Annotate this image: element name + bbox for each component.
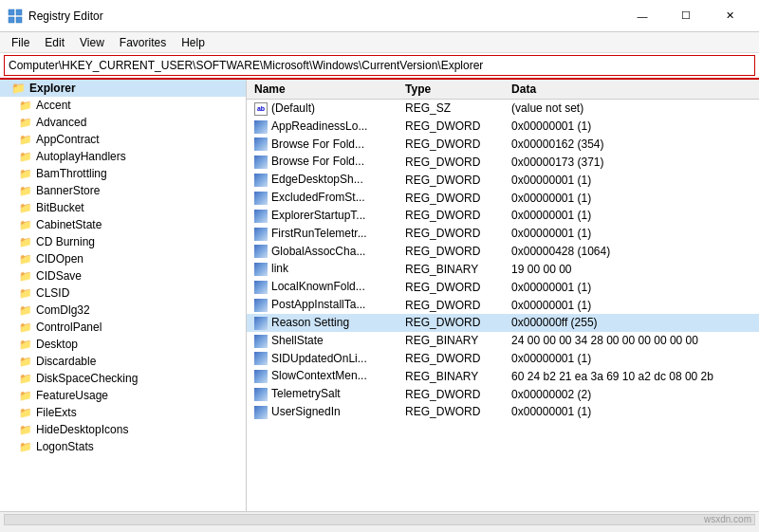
tree-item[interactable]: 📁AppContract [0,131,246,148]
table-cell-data: 19 00 00 00 [504,260,759,278]
reg-dword-icon [254,370,268,383]
tree-item[interactable]: 📁CLSID [0,284,246,302]
table-row[interactable]: ExplorerStartupT... REG_DWORD 0x00000001… [247,207,759,225]
folder-icon: 📁 [19,253,32,266]
table-row[interactable]: UserSignedIn REG_DWORD 0x00000001 (1) [247,403,759,421]
reg-dword-icon [254,245,268,258]
table-row[interactable]: link REG_BINARY 19 00 00 00 [247,260,759,278]
table-cell-type: REG_DWORD [398,171,504,189]
tree-items-container: 📁Accent📁Advanced📁AppContract📁AutoplayHan… [0,97,246,455]
tree-item-label: Discardable [36,355,96,368]
tree-item[interactable]: 📁FileExts [0,404,246,421]
tree-item-label: Desktop [36,338,78,351]
table-cell-name: GlobalAssocCha... [247,243,398,261]
table-row[interactable]: FirstRunTelemetr... REG_DWORD 0x00000001… [247,225,759,243]
tree-item[interactable]: 📁HideDesktopIcons [0,421,246,438]
folder-icon: 📁 [19,236,32,248]
table-cell-type: REG_DWORD [398,153,504,171]
table-cell-name: Reason Setting [247,314,398,332]
tree-item[interactable]: 📁ComDlg32 [0,302,246,319]
tree-item[interactable]: 📁Desktop [0,336,246,353]
tree-item[interactable]: 📁CIDOpen [0,250,246,267]
folder-icon: 📁 [19,441,32,453]
tree-item[interactable]: 📁Discardable [0,353,246,370]
tree-item[interactable]: 📁AutoplayHandlers [0,148,246,165]
table-cell-name: link [247,260,398,278]
table-cell-type: REG_BINARY [398,367,504,385]
reg-dword-icon [254,138,268,151]
tree-item[interactable]: 📁BamThrottling [0,165,246,182]
tree-item-label: CLSID [36,286,69,300]
folder-icon: 📁 [19,185,32,197]
tree-item[interactable]: 📁BannerStore [0,182,246,199]
table-cell-name: ExplorerStartupT... [247,207,398,225]
tree-item[interactable]: 📁Advanced [0,114,246,131]
table-row[interactable]: SIDUpdatedOnLi... REG_DWORD 0x00000001 (… [247,350,759,368]
tree-item-label: HideDesktopIcons [36,423,128,436]
table-row[interactable]: Browse For Fold... REG_DWORD 0x00000162 … [247,136,759,154]
tree-item[interactable]: 📁LogonStats [0,438,246,455]
table-row[interactable]: SlowContextMen... REG_BINARY 60 24 b2 21… [247,367,759,385]
table-cell-name: Browse For Fold... [247,136,398,154]
address-input[interactable] [4,55,755,76]
minimize-button[interactable]: — [620,6,664,27]
title-bar: Registry Editor — ☐ ✕ [0,0,759,32]
table-row[interactable]: LocalKnownFold... REG_DWORD 0x00000001 (… [247,278,759,296]
folder-icon: 📁 [19,168,32,180]
table-row[interactable]: ShellState REG_BINARY 24 00 00 00 34 28 … [247,332,759,350]
tree-item-label: LogonStats [36,440,94,453]
bottom-scrollbar[interactable] [0,511,759,526]
tree-item[interactable]: 📁ControlPanel [0,319,246,336]
tree-item[interactable]: 📁CabinetState [0,216,246,233]
tree-selected-item[interactable]: 📁 Explorer [0,80,246,97]
scrollbar-track[interactable] [4,514,755,525]
table-row[interactable]: ExcludedFromSt... REG_DWORD 0x00000001 (… [247,189,759,207]
folder-icon: 📁 [19,321,32,334]
col-header-type: Type [398,80,504,100]
menu-item-favorites[interactable]: Favorites [112,34,174,51]
tree-item[interactable]: 📁CD Burning [0,233,246,250]
table-row[interactable]: Reason Setting REG_DWORD 0x000000ff (255… [247,314,759,332]
reg-ab-icon: ab [254,102,268,116]
maximize-button[interactable]: ☐ [664,6,708,27]
folder-icon: 📁 [19,117,32,129]
folder-icon: 📁 [19,134,32,146]
tree-item-label: FeatureUsage [36,389,108,402]
table-cell-name: LocalKnownFold... [247,278,398,296]
table-row[interactable]: AppReadinessLo... REG_DWORD 0x00000001 (… [247,118,759,136]
menu-item-edit[interactable]: Edit [37,34,72,51]
tree-item[interactable]: 📁DiskSpaceChecking [0,370,246,387]
window-controls: — ☐ ✕ [620,6,751,27]
close-button[interactable]: ✕ [708,6,751,27]
menu-bar: FileEditViewFavoritesHelp [0,32,759,53]
table-row[interactable]: PostAppInstallTa... REG_DWORD 0x00000001… [247,296,759,314]
tree-item[interactable]: 📁CIDSave [0,267,246,284]
table-cell-data: 0x00000001 (1) [504,278,759,296]
folder-icon: 📁 [11,82,26,95]
tree-item[interactable]: 📁Accent [0,97,246,114]
table-row[interactable]: TelemetrySalt REG_DWORD 0x00000002 (2) [247,385,759,403]
menu-item-file[interactable]: File [4,34,37,51]
table-row[interactable]: Browse For Fold... REG_DWORD 0x00000173 … [247,153,759,171]
tree-item-label: AppContract [36,133,100,146]
table-cell-type: REG_DWORD [398,296,504,314]
reg-dword-icon [254,192,268,205]
reg-dword-icon [254,281,268,294]
menu-item-help[interactable]: Help [174,34,213,51]
tree-item-label: DiskSpaceChecking [36,372,138,385]
table-cell-name: EdgeDesktopSh... [247,171,398,189]
values-tbody: ab(Default) REG_SZ (value not set) AppRe… [247,100,759,421]
table-row[interactable]: ab(Default) REG_SZ (value not set) [247,100,759,118]
tree-item-label: BamThrottling [36,167,107,180]
table-row[interactable]: GlobalAssocCha... REG_DWORD 0x00000428 (… [247,243,759,261]
menu-item-view[interactable]: View [72,34,112,51]
tree-item[interactable]: 📁BitBucket [0,199,246,216]
table-cell-type: REG_BINARY [398,332,504,350]
reg-dword-icon [254,210,268,223]
table-cell-data: 0x00000001 (1) [504,207,759,225]
table-cell-data: 0x00000001 (1) [504,189,759,207]
table-row[interactable]: EdgeDesktopSh... REG_DWORD 0x00000001 (1… [247,171,759,189]
tree-item[interactable]: 📁FeatureUsage [0,387,246,404]
table-cell-data: 0x00000173 (371) [504,153,759,171]
folder-icon: 📁 [19,219,32,231]
